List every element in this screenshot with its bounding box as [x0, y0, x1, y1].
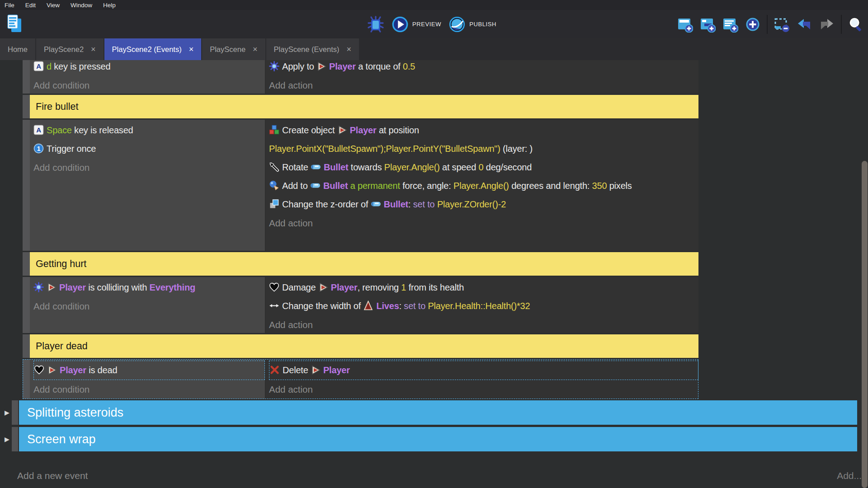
search-icon[interactable]	[847, 16, 864, 33]
text-segment: Player.Angle()	[453, 181, 509, 191]
condition[interactable]: ASpace key is released	[33, 121, 265, 140]
event-drag-handle[interactable]	[23, 277, 30, 333]
text-segment: 0.5	[403, 61, 415, 71]
add-action-button[interactable]: Add action	[269, 315, 698, 333]
close-icon[interactable]: ×	[347, 45, 352, 53]
menu-help[interactable]: Help	[103, 2, 116, 9]
events-rows: Ad key is pressedAdd conditionApply to P…	[0, 60, 868, 451]
event-drag-handle[interactable]	[12, 400, 18, 425]
add-condition-button[interactable]: Add condition	[33, 380, 265, 399]
action[interactable]: Damage Player, removing 1 from its healt…	[269, 278, 698, 297]
text-segment: is dead	[86, 365, 117, 375]
action[interactable]: Change the width of Lives: set to Player…	[269, 297, 698, 315]
event-drag-handle[interactable]	[23, 334, 30, 358]
event-row[interactable]: ASpace key is released1Trigger onceAdd c…	[23, 120, 698, 251]
condition[interactable]: Player is colliding with Everything	[33, 278, 265, 297]
actions-column: Create object Player at position Player.…	[265, 120, 698, 251]
condition[interactable]: 1Trigger once	[33, 140, 265, 158]
event-drag-handle[interactable]	[12, 427, 18, 451]
add-event-icon[interactable]	[676, 16, 693, 33]
text-segment: at speed	[440, 162, 479, 172]
event-drag-handle[interactable]	[23, 120, 30, 251]
player-icon	[318, 282, 328, 292]
comment-text: Getting hurt	[30, 252, 698, 276]
player-icon	[47, 282, 57, 292]
group-title[interactable]: Screen wrap	[19, 427, 857, 451]
add-new-icon[interactable]	[744, 16, 761, 33]
add-new-event-button[interactable]: Add a new event	[17, 470, 88, 481]
text-segment: is colliding with	[86, 282, 150, 292]
text-segment: Delete	[283, 365, 311, 375]
undo-icon[interactable]	[796, 16, 813, 33]
text-segment: Create object	[282, 125, 337, 135]
collapse-arrow-icon[interactable]: ▶	[5, 409, 9, 416]
tab-playscene[interactable]: PlayScene ×	[202, 38, 265, 60]
event-row[interactable]: Player is deadAdd conditionDelete Player…	[23, 359, 698, 399]
add-action-button[interactable]: Add action	[269, 214, 698, 232]
close-icon[interactable]: ×	[253, 45, 258, 53]
condition[interactable]: Player is dead	[34, 361, 264, 380]
menu-file[interactable]: File	[5, 2, 14, 9]
action[interactable]: Apply to Player a torque of 0.5	[269, 60, 698, 76]
event-row[interactable]: Ad key is pressedAdd conditionApply to P…	[23, 60, 698, 94]
redo-icon[interactable]	[818, 16, 835, 33]
collapse-arrow-icon[interactable]: ▶	[5, 436, 9, 443]
svg-text:A: A	[36, 62, 41, 70]
conditions-column: ASpace key is released1Trigger onceAdd c…	[30, 120, 265, 251]
comment-row[interactable]: Player dead	[23, 334, 698, 358]
group-row[interactable]: ▶Splitting asteroids	[0, 400, 868, 425]
add-action-button[interactable]: Add action	[269, 76, 698, 94]
rotate-icon	[269, 162, 279, 172]
tab-bar: Home PlayScene2 × PlayScene2 (Events) × …	[0, 38, 868, 60]
events-sheet[interactable]: Ad key is pressedAdd conditionApply to P…	[0, 60, 868, 488]
comment-row[interactable]: Fire bullet	[23, 95, 698, 118]
text-segment: key is pressed	[52, 61, 110, 71]
comment-row[interactable]: Getting hurt	[23, 252, 698, 276]
tab-playscene2[interactable]: PlayScene2 ×	[36, 38, 104, 60]
event-row[interactable]: Player is colliding with EverythingAdd c…	[23, 277, 698, 333]
add-action-button[interactable]: Add action	[269, 380, 698, 399]
text-segment: Bullet	[324, 162, 348, 172]
menu-view[interactable]: View	[47, 2, 60, 9]
tab-playscene2-events[interactable]: PlayScene2 (Events) ×	[104, 38, 202, 60]
tab-home[interactable]: Home	[0, 38, 35, 60]
text-segment: Bullet	[384, 199, 408, 209]
group-title[interactable]: Splitting asteroids	[19, 400, 857, 425]
event-drag-handle[interactable]	[23, 60, 30, 94]
close-icon[interactable]: ×	[91, 45, 96, 53]
add-comment-icon[interactable]	[722, 16, 739, 33]
add-condition-button[interactable]: Add condition	[33, 76, 265, 94]
add-subevent-icon[interactable]	[699, 16, 716, 33]
action[interactable]: Delete Player	[269, 361, 698, 380]
event-drag-handle[interactable]	[23, 359, 30, 399]
bullet-icon	[311, 164, 321, 170]
tab-playscene-events[interactable]: PlayScene (Events) ×	[266, 38, 359, 60]
menu-edit[interactable]: Edit	[25, 2, 36, 9]
event-drag-handle[interactable]	[23, 95, 30, 118]
event-drag-handle[interactable]	[23, 252, 30, 276]
action[interactable]: Change the z-order of Bullet: set to Pla…	[269, 195, 698, 214]
debugger-icon[interactable]	[367, 16, 384, 33]
actions-column: Apply to Player a torque of 0.5Add actio…	[265, 60, 698, 94]
preview-button[interactable]: PREVIEW	[392, 16, 441, 33]
action[interactable]: Add to Bullet a permanent force, angle: …	[269, 177, 698, 195]
add-condition-button[interactable]: Add condition	[33, 158, 265, 177]
condition[interactable]: Ad key is pressed	[33, 60, 265, 76]
publish-button[interactable]: PUBLISH	[448, 16, 496, 33]
menu-window[interactable]: Window	[71, 2, 92, 9]
text-segment: Player.Angle()	[384, 162, 440, 172]
vertical-scrollbar[interactable]	[862, 161, 868, 488]
action[interactable]: Create object Player at position Player.…	[269, 121, 698, 158]
close-icon[interactable]: ×	[189, 45, 194, 53]
add-condition-button[interactable]: Add condition	[33, 297, 265, 315]
physics-icon	[33, 282, 44, 292]
text-segment: Player.Health::Health()*32	[428, 301, 530, 311]
action[interactable]: Rotate Bullet towards Player.Angle() at …	[269, 158, 698, 177]
add-more-button[interactable]: Add...	[837, 470, 862, 481]
comment-text: Fire bullet	[30, 95, 698, 118]
heart-icon	[269, 282, 279, 292]
delete-selected-icon[interactable]	[773, 16, 790, 33]
bullet-icon	[310, 182, 321, 189]
gdevelop-logo-icon[interactable]	[5, 14, 24, 36]
group-row[interactable]: ▶Screen wrap	[0, 427, 868, 451]
